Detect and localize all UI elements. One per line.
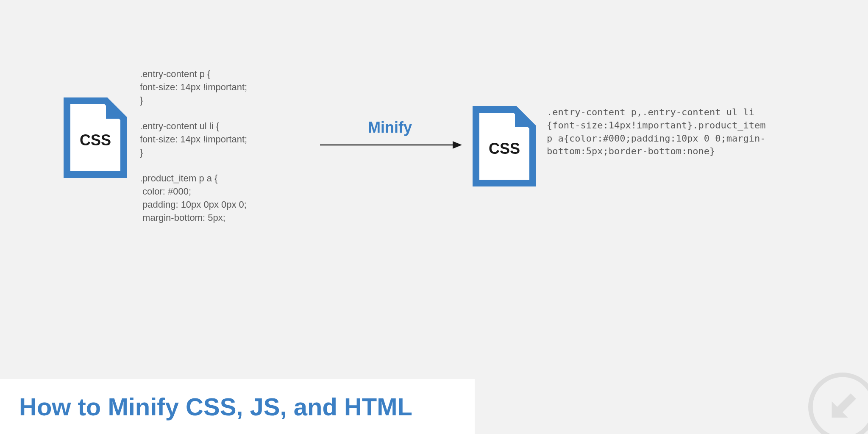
svg-point-2: [810, 375, 868, 434]
svg-marker-1: [453, 141, 462, 149]
page-title: How to Minify CSS, JS, and HTML: [19, 392, 412, 421]
arrow-section: Minify: [318, 119, 462, 153]
before-section: CSS .entry-content p { font-size: 14px !…: [64, 68, 247, 225]
css-code-before: .entry-content p { font-size: 14px !impo…: [140, 68, 247, 225]
file-label-after: CSS: [489, 140, 520, 158]
css-code-after: .entry-content p,.entry-content ul li {f…: [547, 106, 750, 158]
title-bar: How to Minify CSS, JS, and HTML: [0, 379, 475, 434]
arrow-icon: [318, 139, 462, 151]
minify-diagram: CSS .entry-content p { font-size: 14px !…: [64, 68, 826, 225]
after-section: CSS .entry-content p,.entry-content ul l…: [473, 106, 750, 186]
css-file-icon-after: CSS: [473, 106, 536, 186]
css-file-icon-before: CSS: [64, 97, 127, 178]
minify-label: Minify: [318, 119, 462, 136]
file-label-before: CSS: [80, 131, 111, 149]
watermark-icon: [804, 369, 868, 434]
